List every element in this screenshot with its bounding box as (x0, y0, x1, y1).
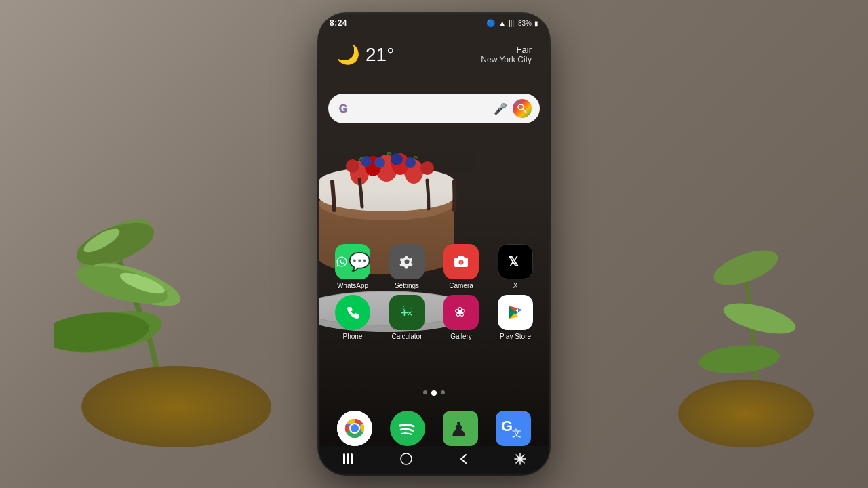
spotify-icon (390, 411, 425, 446)
signal-icon: ||| (509, 20, 514, 27)
app-phone[interactable]: Phone (328, 295, 377, 340)
app-whatsapp[interactable]: WhatsApp (328, 244, 377, 289)
phone-device: 8:24 🔵 ▲ ||| 83% ▮ 🌙 21° Fair New York C… (319, 14, 549, 474)
app-x[interactable]: 𝕏 X (491, 244, 540, 289)
settings-icon (389, 244, 425, 279)
page-indicators (319, 390, 549, 396)
weather-condition: Fair (481, 45, 532, 55)
google-logo: GG (336, 100, 353, 117)
dock-gtranslate[interactable]: G 文 (496, 411, 531, 446)
status-time: 8:24 (330, 18, 347, 28)
phone-screen: 8:24 🔵 ▲ ||| 83% ▮ 🌙 21° Fair New York C… (319, 14, 549, 474)
svg-text:-: - (408, 302, 413, 313)
svg-text:♟: ♟ (450, 418, 468, 441)
camera-label: Camera (449, 282, 473, 289)
camera-icon (443, 244, 479, 279)
nav-back-button[interactable] (451, 448, 475, 472)
bluetooth-icon: 🔵 (486, 19, 496, 28)
battery-icon: ▮ (534, 20, 538, 27)
table-right (678, 380, 814, 447)
dock: ♟ G 文 (328, 411, 540, 446)
calculator-icon: + × ÷ - (389, 295, 425, 330)
page-dot-3[interactable] (441, 390, 445, 394)
nav-bar (319, 446, 549, 474)
svg-text:𝕏: 𝕏 (508, 254, 519, 269)
svg-point-47 (342, 302, 363, 323)
svg-text:文: 文 (512, 428, 521, 439)
status-icons: 🔵 ▲ ||| 83% ▮ (486, 19, 538, 28)
page-dot-1[interactable] (423, 390, 427, 394)
svg-rect-66 (343, 453, 345, 464)
settings-label: Settings (395, 282, 419, 289)
app-playstore[interactable]: Play Store (491, 295, 540, 340)
svg-point-32 (391, 153, 403, 165)
calculator-label: Calculator (391, 333, 422, 340)
svg-point-44 (460, 261, 463, 264)
x-icon: 𝕏 (498, 244, 533, 279)
svg-line-38 (523, 109, 526, 113)
svg-point-70 (518, 457, 522, 461)
nav-home-button[interactable] (393, 448, 420, 472)
page-dot-2[interactable] (431, 390, 437, 396)
battery-level: 83% (518, 20, 532, 27)
svg-rect-67 (347, 453, 349, 464)
phone-icon (335, 295, 370, 330)
gallery-label: Gallery (450, 333, 472, 340)
chrome-icon (337, 411, 372, 446)
whatsapp-label: WhatsApp (337, 282, 368, 289)
weather-temp: 21° (366, 44, 394, 66)
svg-point-33 (374, 157, 385, 168)
dock-spotify[interactable] (390, 411, 425, 446)
chess-icon: ♟ (443, 411, 478, 446)
google-search-bar[interactable]: GG 🎤 (328, 94, 540, 123)
lens-icon[interactable] (513, 99, 532, 118)
svg-text:G: G (339, 103, 347, 115)
svg-point-69 (401, 453, 412, 464)
svg-point-41 (405, 260, 410, 264)
weather-city: New York City (481, 55, 532, 64)
whatsapp-icon (335, 244, 370, 279)
nav-menu-button[interactable] (334, 449, 361, 471)
mic-icon[interactable]: 🎤 (494, 102, 507, 115)
status-bar: 8:24 🔵 ▲ ||| 83% ▮ (319, 14, 549, 33)
app-calculator[interactable]: + × ÷ - Calculator (382, 295, 431, 340)
svg-point-11 (720, 297, 799, 340)
table-left (81, 366, 271, 447)
app-camera[interactable]: Camera (437, 244, 486, 289)
svg-text:÷: ÷ (401, 302, 406, 313)
svg-point-29 (346, 159, 359, 173)
app-settings[interactable]: Settings (382, 244, 431, 289)
wifi-icon: ▲ (498, 19, 506, 27)
app-grid: WhatsApp Settings (328, 244, 540, 340)
dock-chrome[interactable] (337, 411, 372, 446)
gtranslate-icon: G 文 (496, 411, 531, 446)
svg-text:G: G (501, 418, 513, 434)
weather-widget: 🌙 21° Fair New York City (328, 38, 540, 71)
weather-left: 🌙 21° (336, 43, 394, 66)
gallery-icon: ❀ (443, 295, 479, 330)
playstore-label: Play Store (500, 333, 531, 340)
svg-text:❀: ❀ (454, 304, 466, 319)
weather-right: Fair New York City (481, 45, 532, 64)
svg-point-30 (420, 161, 434, 175)
playstore-icon (498, 295, 533, 330)
app-gallery[interactable]: ❀ Gallery (437, 295, 486, 340)
nav-assist-button[interactable] (507, 448, 534, 472)
phone-label: Phone (343, 333, 363, 340)
dock-chess[interactable]: ♟ (443, 411, 478, 446)
weather-icon: 🌙 (336, 43, 360, 66)
x-label: X (513, 282, 518, 289)
svg-point-12 (697, 342, 781, 376)
svg-rect-68 (351, 453, 353, 464)
svg-point-59 (351, 424, 359, 432)
